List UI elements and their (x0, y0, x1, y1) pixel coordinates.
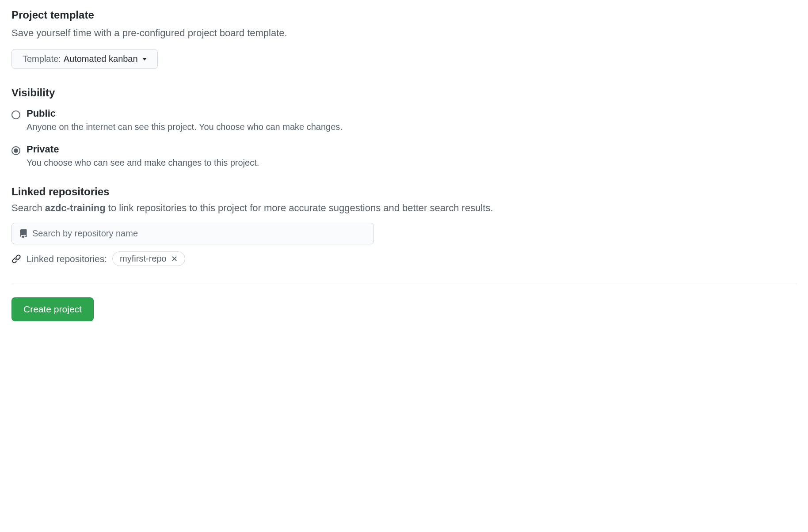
divider (11, 284, 797, 284)
create-project-button[interactable]: Create project (11, 297, 94, 321)
link-icon (11, 254, 21, 264)
linked-repositories-section: Linked repositories Search azdc-training… (11, 186, 797, 266)
project-template-section: Project template Save yourself time with… (11, 9, 797, 69)
org-name: azdc-training (45, 202, 106, 213)
project-template-heading: Project template (11, 9, 797, 21)
linked-repositories-heading: Linked repositories (11, 186, 797, 198)
template-selector-value: Automated kanban (64, 54, 138, 64)
visibility-public-label: Public (27, 108, 797, 119)
visibility-radio-group: Public Anyone on the internet can see th… (11, 108, 797, 168)
template-selector-dropdown[interactable]: Template: Automated kanban (11, 49, 158, 69)
project-template-description: Save yourself time with a pre-configured… (11, 26, 797, 40)
visibility-heading: Visibility (11, 87, 797, 99)
visibility-option-public[interactable]: Public Anyone on the internet can see th… (11, 108, 797, 132)
visibility-private-label: Private (27, 144, 797, 155)
template-selector-prefix: Template: (23, 54, 61, 64)
radio-private-icon (11, 146, 20, 155)
linked-repositories-description: Search azdc-training to link repositorie… (11, 202, 797, 214)
linked-repo-chip-name: myfirst-repo (120, 254, 167, 264)
remove-chip-icon[interactable]: ✕ (171, 255, 178, 263)
visibility-private-description: You choose who can see and make changes … (27, 158, 797, 168)
radio-public-icon (11, 110, 20, 119)
repo-icon (19, 229, 28, 239)
repository-search-box[interactable] (11, 223, 374, 244)
linked-repositories-label: Linked repositories: (27, 254, 107, 264)
visibility-section: Visibility Public Anyone on the internet… (11, 87, 797, 168)
visibility-public-description: Anyone on the internet can see this proj… (27, 122, 797, 132)
repository-search-input[interactable] (32, 228, 366, 239)
linked-repo-chip: myfirst-repo ✕ (112, 251, 185, 266)
linked-repositories-row: Linked repositories: myfirst-repo ✕ (11, 251, 797, 266)
visibility-option-private[interactable]: Private You choose who can see and make … (11, 144, 797, 168)
caret-down-icon (142, 58, 147, 61)
